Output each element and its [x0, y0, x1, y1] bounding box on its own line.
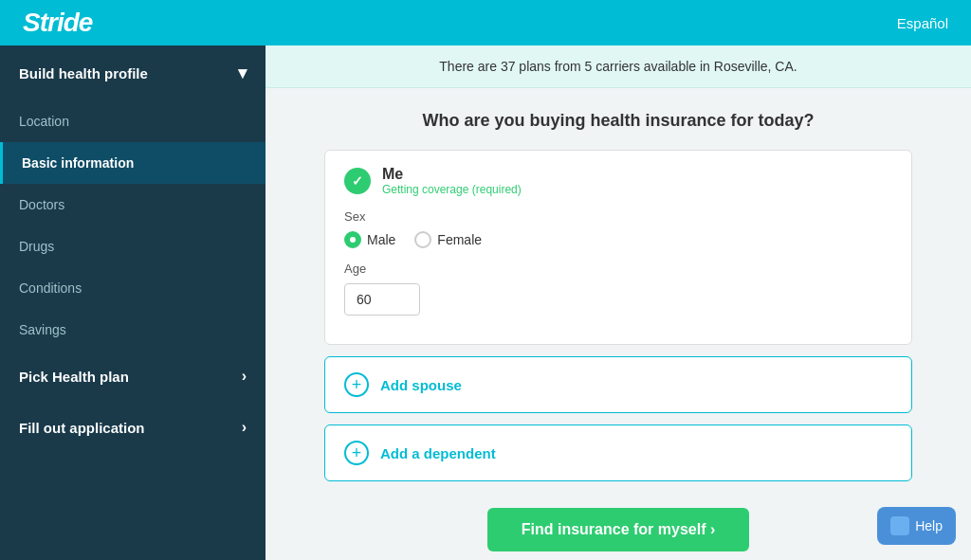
sidebar-item-conditions[interactable]: Conditions	[0, 267, 266, 309]
plus-icon: +	[344, 441, 369, 465]
me-card: ✓ Me Getting coverage (required) Sex Mal…	[324, 150, 912, 345]
sidebar: Build health profile ▾ Location Basic in…	[0, 45, 266, 560]
main-layout: Build health profile ▾ Location Basic in…	[0, 45, 971, 560]
age-label: Age	[344, 262, 892, 276]
chevron-down-icon: ▾	[238, 63, 247, 83]
female-radio[interactable]	[414, 231, 431, 248]
language-toggle[interactable]: Español	[897, 15, 948, 31]
sex-radio-group[interactable]: Male Female	[344, 231, 892, 248]
me-subtitle: Getting coverage (required)	[382, 183, 522, 196]
sex-female-option[interactable]: Female	[414, 231, 482, 248]
sex-male-option[interactable]: Male	[344, 231, 395, 248]
age-field: Age	[344, 262, 892, 316]
sex-label: Sex	[344, 209, 892, 224]
app-header: Stride Español	[0, 0, 971, 45]
sidebar-item-drugs[interactable]: Drugs	[0, 226, 266, 267]
sidebar-section-build-health-profile[interactable]: Build health profile ▾	[0, 45, 266, 100]
male-label: Male	[367, 232, 395, 247]
sidebar-item-basic-information[interactable]: Basic information	[0, 142, 266, 184]
chevron-right-icon: ›	[242, 419, 247, 436]
male-radio[interactable]	[344, 231, 361, 248]
me-name: Me	[382, 166, 522, 183]
sidebar-item-doctors[interactable]: Doctors	[0, 184, 266, 226]
find-insurance-button[interactable]: Find insurance for myself ›	[487, 508, 749, 551]
chat-icon	[890, 516, 909, 535]
sidebar-item-location[interactable]: Location	[0, 100, 266, 142]
check-icon: ✓	[344, 168, 371, 194]
sidebar-item-savings[interactable]: Savings	[0, 309, 266, 351]
plus-icon: +	[344, 372, 369, 397]
chevron-right-icon: ›	[242, 368, 247, 385]
help-button[interactable]: Help	[877, 507, 956, 545]
info-banner: There are 37 plans from 5 carriers avail…	[266, 45, 971, 88]
female-label: Female	[437, 232, 482, 247]
app-logo: Stride	[23, 8, 92, 38]
cta-container: Find insurance for myself ›	[324, 493, 912, 560]
add-dependent-label: Add a dependent	[380, 445, 496, 461]
section-title: Who are you buying health insurance for …	[324, 111, 912, 131]
sex-field: Sex Male Female	[344, 209, 892, 248]
add-spouse-button[interactable]: + Add spouse	[324, 356, 912, 413]
sidebar-section-fill-out-application[interactable]: Fill out application ›	[0, 402, 266, 453]
content-area: There are 37 plans from 5 carriers avail…	[266, 45, 971, 560]
add-spouse-label: Add spouse	[380, 377, 462, 393]
me-card-header: ✓ Me Getting coverage (required)	[344, 166, 892, 196]
sidebar-section-pick-health-plan[interactable]: Pick Health plan ›	[0, 351, 266, 402]
add-dependent-button[interactable]: + Add a dependent	[324, 425, 912, 481]
age-input[interactable]	[344, 283, 420, 316]
content-inner: Who are you buying health insurance for …	[286, 88, 950, 560]
